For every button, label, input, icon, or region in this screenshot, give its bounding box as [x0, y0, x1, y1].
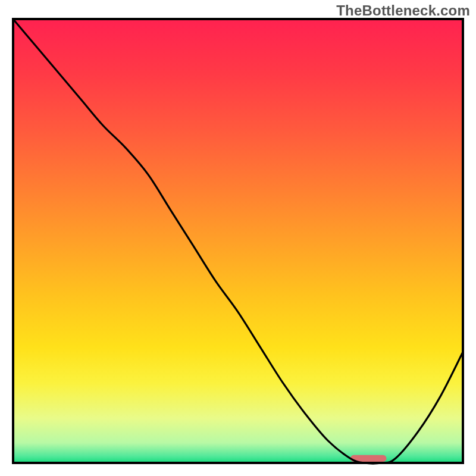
- plot-background: [13, 19, 463, 463]
- chart-frame: TheBottleneck.com: [0, 0, 476, 476]
- chart-svg: [0, 0, 476, 476]
- watermark-text: TheBottleneck.com: [336, 2, 470, 19]
